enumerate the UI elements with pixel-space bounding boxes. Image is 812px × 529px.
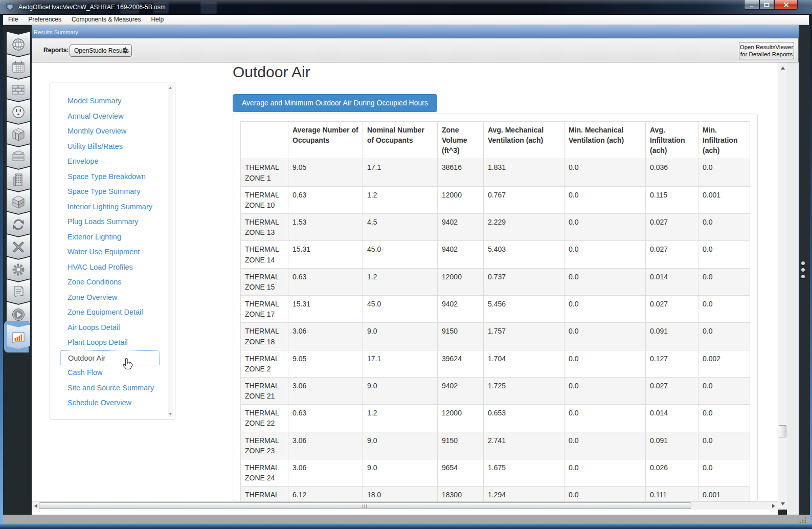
value-cell: 0.0: [565, 405, 646, 432]
table-row: THERMAL ZONE 19.0517.1386161.8310.00.036…: [241, 159, 750, 186]
value-cell: 0.036: [646, 159, 698, 186]
zone-name-cell: THERMAL ZONE 1: [241, 159, 288, 186]
nav-item-cash-flow[interactable]: Cash Flow: [50, 365, 175, 381]
nav-item-site-and-source-summary[interactable]: Site and Source Summary: [50, 381, 175, 396]
value-cell: 2.741: [484, 432, 565, 459]
scroll-right-icon[interactable]: [772, 504, 775, 508]
sidebar-tab-measures[interactable]: [7, 279, 30, 304]
value-cell: 5.456: [484, 296, 565, 323]
value-cell: 17.1: [363, 350, 438, 377]
sidebar-tab-results-summary[interactable]: [7, 324, 30, 349]
nav-item-plug-loads-summary[interactable]: Plug Loads Summary: [50, 214, 175, 230]
value-cell: 39624: [438, 350, 484, 377]
scroll-down-icon[interactable]: [781, 502, 785, 505]
minimize-button[interactable]: [744, 0, 759, 10]
value-cell: 0.091: [646, 323, 698, 350]
vertical-scrollbar-thumb[interactable]: [779, 425, 786, 437]
nav-item-space-type-summary[interactable]: Space Type Summary: [50, 184, 175, 200]
spaces-icon: [11, 194, 26, 210]
menu-help[interactable]: Help: [146, 15, 169, 25]
table-row: THERMAL ZONE 29.0517.1396241.7040.00.127…: [241, 350, 750, 377]
nav-item-annual-overview[interactable]: Annual Overview: [50, 109, 175, 124]
nav-item-water-use-equipment[interactable]: Water Use Equipment: [50, 245, 175, 260]
value-cell: 9.0: [363, 377, 438, 404]
space-types-icon: [11, 127, 26, 142]
nav-item-utility-bills-rates[interactable]: Utility Bills/Rates: [50, 139, 175, 155]
nav-item-schedule-overview[interactable]: Schedule Overview: [50, 395, 175, 411]
reports-dropdown[interactable]: OpenStudio Results: [70, 45, 132, 57]
table-row: THERMAL ZONE 131.534.594022.2290.00.0270…: [241, 214, 750, 241]
vertical-scrollbar[interactable]: [778, 62, 787, 510]
section-header-button[interactable]: Average and Minimum Outdoor Air During O…: [233, 94, 437, 112]
nav-item-space-type-breakdown[interactable]: Space Type Breakdown: [50, 169, 175, 185]
close-button[interactable]: [774, 0, 798, 10]
horizontal-scrollbar[interactable]: [32, 501, 778, 510]
sidebar-tab-hvac-systems[interactable]: [7, 212, 30, 236]
sidebar-tab-simulation-settings[interactable]: [7, 257, 30, 281]
value-cell: 45.0: [363, 296, 438, 323]
nav-scroll-up-icon[interactable]: [169, 86, 172, 89]
nav-item-monthly-overview[interactable]: Monthly Overview: [50, 124, 175, 139]
value-cell: 0.0: [565, 241, 646, 268]
menu-file[interactable]: File: [3, 15, 23, 25]
sidebar-tab-site[interactable]: [7, 32, 30, 56]
value-cell: 3.06: [288, 459, 363, 486]
menu-preferences[interactable]: Preferences: [23, 15, 66, 25]
value-cell: 9.0: [363, 459, 438, 486]
webview-right-gutter: [787, 62, 799, 515]
sidebar-tab-geometry[interactable]: [7, 144, 30, 169]
nav-item-zone-overview[interactable]: Zone Overview: [50, 290, 175, 305]
zone-name-cell: THERMAL ZONE 24: [241, 459, 288, 486]
nav-item-air-loops-detail[interactable]: Air Loops Detail: [50, 320, 175, 336]
sidebar-tab-output-variables[interactable]: [7, 234, 30, 259]
value-cell: 0.111: [646, 487, 698, 501]
sidebar-tab-constructions[interactable]: [7, 77, 30, 101]
nav-item-hvac-load-profiles[interactable]: HVAC Load Profiles: [50, 260, 175, 275]
scroll-up-icon[interactable]: [781, 67, 785, 70]
value-cell: 9.0: [363, 432, 438, 459]
nav-item-exterior-lighting[interactable]: Exterior Lighting: [50, 230, 175, 245]
nav-item-plant-loops-detail[interactable]: Plant Loops Detail: [50, 335, 175, 350]
nav-scrollbar[interactable]: [168, 84, 173, 418]
sidebar-tab-space-types[interactable]: [7, 122, 30, 146]
nav-scroll-down-icon[interactable]: [169, 413, 172, 415]
nav-item-interior-lighting-summary[interactable]: Interior Lighting Summary: [50, 200, 175, 215]
scroll-left-icon[interactable]: [34, 504, 37, 508]
value-cell: 15.31: [288, 241, 363, 268]
value-cell: 0.63: [288, 186, 363, 213]
value-cell: 45.0: [363, 241, 438, 268]
results-summary-icon: [11, 329, 26, 345]
window-controls: [744, 0, 798, 10]
value-cell: 38616: [438, 159, 484, 186]
value-cell: 0.001: [698, 186, 750, 213]
sidebar-tab-schedules[interactable]: [7, 54, 30, 79]
value-cell: 0.767: [484, 186, 565, 213]
maximize-button[interactable]: [759, 0, 774, 10]
tab-header-label: Results Summary: [34, 29, 78, 35]
value-cell: 12000: [438, 268, 484, 295]
horizontal-scrollbar-thumb[interactable]: [39, 502, 691, 509]
outdoor-air-table: Average Number of OccupantsNominal Numbe…: [240, 121, 750, 501]
value-cell: 9402: [438, 377, 484, 404]
nav-item-envelope[interactable]: Envelope: [50, 154, 175, 169]
value-cell: 1.675: [484, 459, 565, 486]
value-cell: 0.63: [288, 405, 363, 432]
menu-components-measures[interactable]: Components & Measures: [66, 15, 146, 25]
resize-grip[interactable]: [799, 516, 807, 523]
report-webview: Outdoor Air Model SummaryAnnual Overview…: [32, 62, 778, 515]
nav-item-zone-equipment-detail[interactable]: Zone Equipment Detail: [50, 305, 175, 320]
open-results-viewer-button[interactable]: Open ResultsViewer for Detailed Reports: [739, 42, 794, 59]
nav-item-zone-conditions[interactable]: Zone Conditions: [50, 275, 175, 290]
splitter-handle[interactable]: [801, 261, 805, 281]
value-cell: 0.0: [565, 159, 646, 186]
sidebar-tab-spaces[interactable]: [7, 189, 30, 214]
nav-item-model-summary[interactable]: Model Summary: [50, 94, 175, 109]
value-cell: 12000: [438, 405, 484, 432]
column-header: Zone Volume (ft^3): [438, 122, 484, 159]
value-cell: 1.704: [484, 350, 565, 377]
sidebar-tab-facility[interactable]: [7, 167, 30, 191]
nav-item-outdoor-air[interactable]: Outdoor Air: [60, 350, 160, 366]
reports-dropdown-value: OpenStudio Results: [74, 47, 129, 54]
sidebar-tab-loads[interactable]: [7, 99, 30, 124]
titlebar[interactable]: AedgOfficeHvacVavChW_ASHRAE 169-2006-5B.…: [0, 0, 812, 15]
